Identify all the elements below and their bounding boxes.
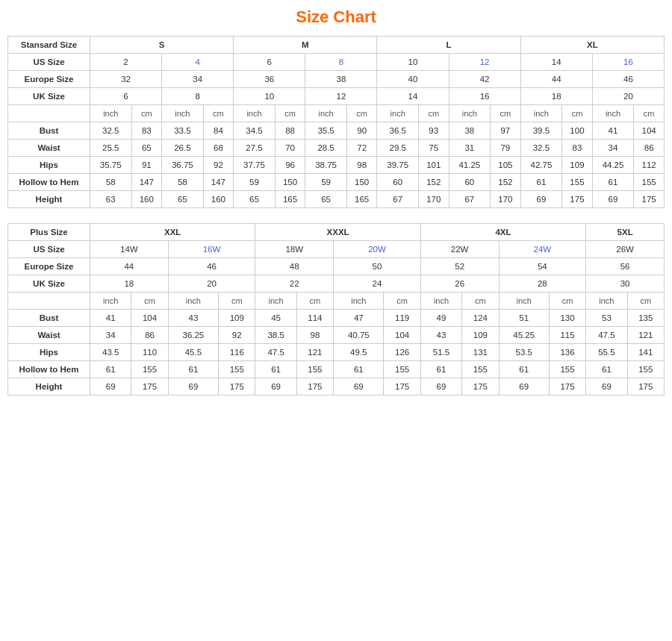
unit-label: cm bbox=[627, 293, 664, 310]
bust-label: Bust bbox=[8, 310, 90, 327]
hollow-value: 155 bbox=[627, 361, 664, 378]
europe-size-value: 46 bbox=[168, 258, 255, 275]
height-value: 65 bbox=[162, 191, 204, 208]
uk-size-value: 30 bbox=[586, 275, 665, 293]
hollow-value: 59 bbox=[234, 174, 276, 191]
europe-size-value: 42 bbox=[449, 71, 520, 88]
waist-value: 38.5 bbox=[255, 327, 296, 344]
waist-value: 98 bbox=[296, 327, 333, 344]
waist-value: 83 bbox=[562, 140, 593, 157]
waist-value: 86 bbox=[131, 327, 168, 344]
hips-value: 136 bbox=[549, 344, 585, 361]
hollow-value: 155 bbox=[219, 361, 255, 378]
waist-label: Waist bbox=[8, 140, 90, 157]
waist-value: 70 bbox=[275, 140, 305, 157]
height-label: Height bbox=[8, 378, 90, 395]
waist-value: 86 bbox=[634, 140, 665, 157]
waist-value: 34 bbox=[90, 327, 131, 344]
height-value: 69 bbox=[168, 378, 218, 395]
hips-value: 55.5 bbox=[586, 344, 627, 361]
europe-size-value: 48 bbox=[255, 258, 334, 275]
bust-value: 45 bbox=[255, 310, 296, 327]
bust-value: 43 bbox=[168, 310, 218, 327]
unit-label: inch bbox=[334, 293, 384, 310]
height-value: 69 bbox=[586, 378, 627, 395]
hips-label: Hips bbox=[8, 157, 90, 174]
europe-size-value: 38 bbox=[305, 71, 377, 88]
unit-label: cm bbox=[462, 293, 499, 310]
unit-spacer bbox=[8, 105, 90, 122]
bust-value: 130 bbox=[549, 310, 585, 327]
hips-value: 35.75 bbox=[90, 157, 132, 174]
hollow-value: 147 bbox=[203, 174, 234, 191]
hips-value: 43.5 bbox=[90, 344, 131, 361]
hips-value: 42.75 bbox=[520, 157, 562, 174]
waist-value: 47.5 bbox=[586, 327, 627, 344]
waist-value: 72 bbox=[346, 140, 377, 157]
unit-spacer bbox=[8, 293, 90, 310]
bust-value: 84 bbox=[203, 122, 234, 140]
europe-size-label: Europe Size bbox=[8, 71, 90, 88]
waist-value: 36.25 bbox=[168, 327, 218, 344]
bust-value: 114 bbox=[296, 310, 333, 327]
hollow-value: 155 bbox=[131, 361, 168, 378]
hollow-label: Hollow to Hem bbox=[8, 174, 90, 191]
height-value: 69 bbox=[420, 378, 461, 395]
height-value: 175 bbox=[634, 191, 665, 208]
unit-label: inch bbox=[420, 293, 461, 310]
us-size-value: 14 bbox=[520, 54, 592, 71]
hollow-value: 60 bbox=[449, 174, 491, 191]
waist-value: 45.25 bbox=[499, 327, 549, 344]
uk-size-value: 22 bbox=[255, 275, 334, 293]
europe-size-value: 56 bbox=[586, 258, 665, 275]
bust-value: 135 bbox=[627, 310, 664, 327]
unit-label: inch bbox=[234, 105, 276, 122]
bust-value: 33.5 bbox=[162, 122, 204, 140]
waist-value: 34 bbox=[592, 140, 634, 157]
hips-value: 45.5 bbox=[168, 344, 218, 361]
hips-value: 38.75 bbox=[305, 157, 347, 174]
uk-size-value: 14 bbox=[377, 88, 449, 105]
unit-label: inch bbox=[305, 105, 347, 122]
xxl-header: XXL bbox=[90, 224, 255, 241]
us-size-value: 16W bbox=[168, 241, 255, 258]
bust-value: 41 bbox=[592, 122, 634, 140]
waist-value: 121 bbox=[627, 327, 664, 344]
europe-size-label: Europe Size bbox=[8, 258, 90, 275]
us-size-value: 12 bbox=[449, 54, 520, 71]
height-value: 175 bbox=[131, 378, 168, 395]
waist-value: 104 bbox=[384, 327, 420, 344]
unit-label: inch bbox=[90, 105, 132, 122]
waist-label: Waist bbox=[8, 327, 90, 344]
bust-value: 32.5 bbox=[90, 122, 132, 140]
us-size-value: 26W bbox=[586, 241, 665, 258]
waist-value: 25.5 bbox=[90, 140, 132, 157]
bust-value: 38 bbox=[449, 122, 491, 140]
waist-value: 40.75 bbox=[334, 327, 384, 344]
us-size-value: 4 bbox=[162, 54, 234, 71]
waist-value: 31 bbox=[449, 140, 491, 157]
us-size-value: 8 bbox=[305, 54, 377, 71]
bust-value: 36.5 bbox=[377, 122, 419, 140]
bust-value: 83 bbox=[131, 122, 162, 140]
unit-label: cm bbox=[296, 293, 333, 310]
waist-value: 43 bbox=[420, 327, 461, 344]
hips-value: 126 bbox=[384, 344, 420, 361]
hollow-value: 61 bbox=[334, 361, 384, 378]
bust-value: 109 bbox=[219, 310, 255, 327]
uk-size-value: 20 bbox=[168, 275, 255, 293]
hollow-value: 60 bbox=[377, 174, 419, 191]
hips-value: 131 bbox=[462, 344, 499, 361]
height-value: 175 bbox=[462, 378, 499, 395]
us-size-value: 6 bbox=[234, 54, 305, 71]
5xl-header: 5XL bbox=[586, 224, 665, 241]
hollow-value: 61 bbox=[255, 361, 296, 378]
unit-label: cm bbox=[562, 105, 593, 122]
bust-value: 51 bbox=[499, 310, 549, 327]
hollow-value: 61 bbox=[499, 361, 549, 378]
europe-size-value: 46 bbox=[592, 71, 664, 88]
height-value: 69 bbox=[520, 191, 562, 208]
uk-size-value: 18 bbox=[90, 275, 169, 293]
europe-size-value: 34 bbox=[162, 71, 234, 88]
standard-size-table-wrapper: Stansard Size S M L XL US Size2468101214… bbox=[7, 36, 665, 208]
